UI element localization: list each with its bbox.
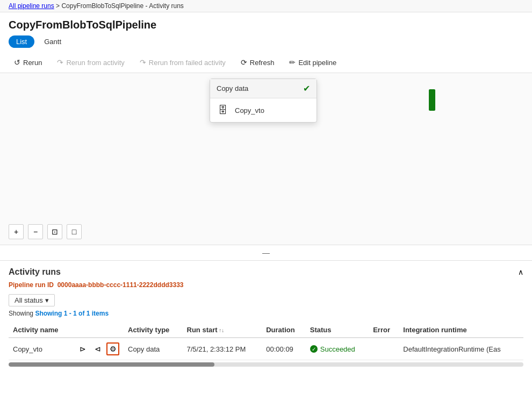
activity-popup-header: Copy data ✔	[210, 79, 317, 98]
copy-data-icon	[217, 104, 229, 117]
refresh-icon: ⟳	[241, 58, 247, 67]
col-header-status: Status	[306, 323, 369, 338]
toolbar: ↺ Rerun ↷ Rerun from activity ↷ Rerun fr…	[0, 52, 532, 73]
tab-list[interactable]: List	[9, 35, 34, 48]
runs-table: Activity name Activity type Run start Du…	[9, 323, 523, 360]
breadcrumb: All pipeline runs > CopyFromBlobToSqlPip…	[0, 0, 532, 12]
rerun-from-failed-label: Rerun from failed activity	[149, 59, 226, 67]
collapse-button[interactable]: —	[262, 248, 270, 257]
showing-text: Showing Showing 1 - 1 of 1 items	[9, 310, 523, 317]
activity-runs-section: Activity runs ∧ Pipeline run ID 0000aaaa…	[0, 261, 532, 367]
cell-run-start: 7/5/21, 2:33:12 PM	[183, 338, 262, 360]
edit-pipeline-button[interactable]: ✏ Edit pipeline	[284, 55, 342, 69]
cell-actions: ⊳ ⊲ ⚙	[72, 338, 124, 360]
details-action-button[interactable]: ⚙	[106, 342, 119, 355]
status-filter-chevron-icon: ▾	[45, 296, 49, 304]
rerun-icon: ↺	[14, 58, 20, 67]
col-header-activity-type: Activity type	[124, 323, 183, 338]
edit-pipeline-label: Edit pipeline	[298, 59, 336, 67]
section-collapse-button[interactable]: ∧	[518, 268, 523, 276]
input-action-button[interactable]: ⊳	[76, 342, 89, 355]
refresh-label: Refresh	[250, 59, 275, 67]
canvas-controls: + − ⊡ □	[9, 224, 82, 239]
col-header-activity-name: Activity name	[9, 323, 72, 338]
scrollbar-thumb	[9, 362, 214, 367]
output-action-button[interactable]: ⊲	[91, 342, 104, 355]
col-header-run-start[interactable]: Run start	[183, 323, 262, 338]
rerun-from-activity-button[interactable]: ↷ Rerun from activity	[52, 55, 130, 69]
activity-popup: Copy data ✔ Copy_vto	[210, 78, 317, 123]
horizontal-scrollbar[interactable]	[9, 362, 523, 367]
pipeline-run-id-value: 0000aaaa-bbbb-cccc-1111-2222dddd3333	[57, 281, 184, 289]
cell-error	[369, 338, 399, 360]
cell-activity-type: Copy data	[124, 338, 183, 360]
row-actions: ⊳ ⊲ ⚙	[76, 342, 119, 355]
reset-button[interactable]: □	[67, 224, 82, 239]
table-row: Copy_vto ⊳ ⊲ ⚙ Copy data 7/5/21, 2:33:12…	[9, 338, 523, 360]
pipeline-canvas: Copy data ✔ Copy_vto + − ⊡ □	[0, 73, 532, 245]
fit-button[interactable]: ⊡	[47, 224, 62, 239]
col-header-duration: Duration	[262, 323, 306, 338]
zoom-out-button[interactable]: −	[28, 224, 43, 239]
rerun-from-failed-icon: ↷	[140, 58, 146, 67]
status-filter-label: All status	[15, 296, 43, 304]
status-filter-dropdown[interactable]: All status ▾	[9, 294, 55, 306]
cell-duration: 00:00:09	[262, 338, 306, 360]
rerun-button[interactable]: ↺ Rerun	[9, 55, 47, 69]
tab-gantt[interactable]: Gantt	[37, 35, 69, 48]
page-title: CopyFromBlobToSqlPipeline	[0, 12, 532, 35]
status-success-icon: ✓	[310, 345, 318, 353]
rerun-from-failed-button[interactable]: ↷ Rerun from failed activity	[134, 55, 231, 69]
activity-popup-item-label: Copy_vto	[235, 106, 264, 115]
breadcrumb-separator: >	[56, 2, 61, 10]
view-tab-bar: List Gantt	[0, 35, 532, 48]
breadcrumb-link[interactable]: All pipeline runs	[9, 2, 54, 10]
activity-runs-title: Activity runs	[9, 267, 61, 277]
table-header: Activity name Activity type Run start Du…	[9, 323, 523, 338]
activity-runs-header: Activity runs ∧	[9, 267, 523, 277]
table-body: Copy_vto ⊳ ⊲ ⚙ Copy data 7/5/21, 2:33:12…	[9, 338, 523, 360]
rerun-label: Rerun	[23, 59, 42, 67]
rerun-from-activity-icon: ↷	[57, 58, 63, 67]
status-label: Succeeded	[320, 345, 355, 353]
cell-integration-runtime: DefaultIntegrationRuntime (Eas	[399, 338, 523, 360]
cell-activity-name: Copy_vto	[9, 338, 72, 360]
refresh-button[interactable]: ⟳ Refresh	[235, 55, 280, 69]
collapse-divider: —	[0, 245, 532, 261]
pipeline-run-label: Pipeline run ID	[9, 281, 54, 289]
edit-icon: ✏	[289, 58, 296, 67]
canvas-success-node	[429, 89, 435, 111]
col-header-actions	[72, 323, 124, 338]
runs-table-container: Activity name Activity type Run start Du…	[9, 323, 523, 367]
rerun-from-activity-label: Rerun from activity	[66, 59, 124, 67]
col-header-integration-runtime: Integration runtime	[399, 323, 523, 338]
activity-popup-title: Copy data	[217, 84, 248, 92]
pipeline-run-id-row: Pipeline run ID 0000aaaa-bbbb-cccc-1111-…	[9, 281, 523, 289]
zoom-in-button[interactable]: +	[9, 224, 24, 239]
status-success: ✓ Succeeded	[310, 345, 364, 353]
col-header-error: Error	[369, 323, 399, 338]
breadcrumb-current: CopyFromBlobToSqlPipeline - Activity run…	[61, 2, 183, 10]
activity-popup-check-icon: ✔	[303, 83, 310, 94]
activity-popup-item[interactable]: Copy_vto	[210, 98, 317, 122]
cell-status: ✓ Succeeded	[306, 338, 369, 360]
